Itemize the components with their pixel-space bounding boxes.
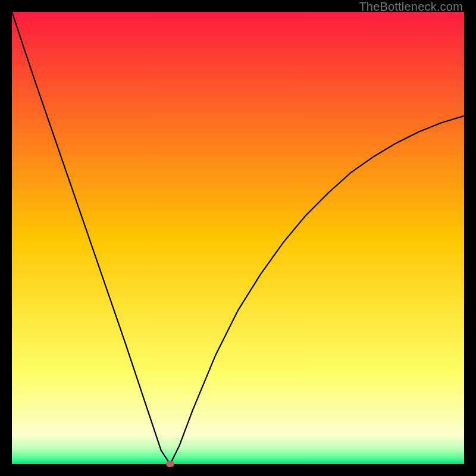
chart-plot — [12, 12, 464, 464]
chart-frame: TheBottleneck.com — [0, 0, 476, 476]
gradient-background — [12, 12, 464, 464]
optimal-marker — [166, 461, 174, 467]
